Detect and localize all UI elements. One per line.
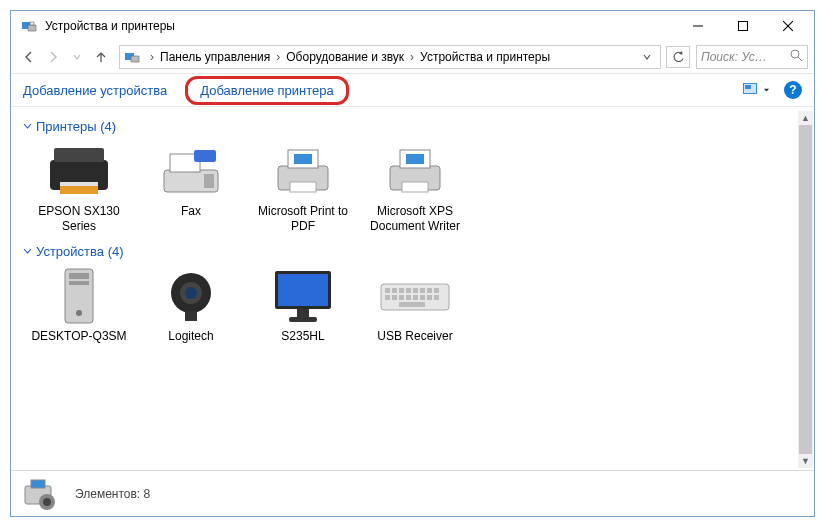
breadcrumb-item[interactable]: Панель управления — [160, 50, 270, 64]
svg-rect-31 — [69, 281, 89, 285]
svg-rect-46 — [413, 288, 418, 293]
scrollbar-thumb[interactable] — [799, 125, 812, 454]
svg-rect-47 — [420, 288, 425, 293]
devices-printers-icon — [124, 49, 140, 65]
breadcrumb-item[interactable]: Устройства и принтеры — [420, 50, 550, 64]
chevron-down-icon — [23, 119, 32, 134]
add-device-button[interactable]: Добавление устройства — [23, 83, 167, 98]
devices-printers-icon — [21, 18, 37, 34]
svg-rect-38 — [278, 274, 328, 306]
refresh-button[interactable] — [666, 46, 690, 68]
printer-icon — [267, 140, 339, 202]
devices-summary-icon — [21, 476, 61, 512]
svg-rect-24 — [290, 182, 316, 192]
device-label: Microsoft Print to PDF — [253, 204, 353, 234]
maximize-button[interactable] — [720, 12, 765, 40]
minimize-button[interactable] — [675, 12, 720, 40]
status-text: Элементов: 8 — [75, 487, 150, 501]
chevron-down-icon — [23, 244, 32, 259]
close-button[interactable] — [765, 12, 810, 40]
svg-rect-40 — [289, 317, 317, 322]
svg-rect-57 — [434, 295, 439, 300]
svg-rect-53 — [406, 295, 411, 300]
chevron-right-icon[interactable]: › — [270, 50, 286, 64]
printer-icon — [43, 140, 115, 202]
navigation-bar: › Панель управления › Оборудование и зву… — [11, 41, 814, 73]
breadcrumb-dropdown[interactable] — [638, 53, 656, 61]
chevron-right-icon[interactable]: › — [144, 50, 160, 64]
scroll-up-icon[interactable]: ▲ — [801, 113, 810, 123]
svg-rect-50 — [385, 295, 390, 300]
search-placeholder: Поиск: Ус… — [701, 50, 767, 64]
svg-rect-54 — [413, 295, 418, 300]
device-item[interactable]: Logitech — [141, 265, 241, 344]
up-button[interactable] — [89, 45, 113, 69]
device-item[interactable]: USB Receiver — [365, 265, 465, 344]
forward-button[interactable] — [41, 45, 65, 69]
svg-rect-12 — [745, 85, 751, 89]
device-label: EPSON SX130 Series — [29, 204, 129, 234]
group-header-devices[interactable]: Устройства (4) — [23, 244, 802, 259]
svg-rect-16 — [60, 186, 98, 194]
svg-rect-19 — [194, 150, 216, 162]
group-title: Принтеры — [36, 119, 97, 134]
svg-rect-44 — [399, 288, 404, 293]
svg-rect-39 — [297, 309, 309, 317]
breadcrumb[interactable]: › Панель управления › Оборудование и зву… — [119, 45, 661, 69]
svg-rect-14 — [54, 148, 104, 162]
device-item[interactable]: DESKTOP-Q3SM — [29, 265, 129, 344]
device-label: Fax — [181, 204, 201, 219]
device-label: DESKTOP-Q3SM — [31, 329, 126, 344]
fax-icon — [155, 140, 227, 202]
group-count: (4) — [104, 244, 124, 259]
svg-rect-8 — [131, 56, 139, 62]
printers-list: EPSON SX130 Series Fax Microsoft Print t… — [29, 140, 802, 234]
svg-point-32 — [76, 310, 82, 316]
svg-rect-30 — [69, 273, 89, 279]
recent-locations-button[interactable] — [65, 45, 89, 69]
svg-rect-56 — [427, 295, 432, 300]
group-header-printers[interactable]: Принтеры (4) — [23, 119, 802, 134]
device-item[interactable]: EPSON SX130 Series — [29, 140, 129, 234]
help-button[interactable]: ? — [784, 81, 802, 99]
svg-point-62 — [43, 498, 51, 506]
svg-rect-45 — [406, 288, 411, 293]
window-title: Устройства и принтеры — [45, 19, 675, 33]
group-count: (4) — [97, 119, 117, 134]
svg-rect-27 — [406, 154, 424, 164]
svg-rect-49 — [434, 288, 439, 293]
device-item[interactable]: Microsoft XPS Document Writer — [365, 140, 465, 234]
keyboard-icon — [379, 265, 451, 327]
chevron-right-icon[interactable]: › — [404, 50, 420, 64]
group-title: Устройства — [36, 244, 104, 259]
search-input[interactable]: Поиск: Ус… — [696, 45, 808, 69]
content-area: Принтеры (4) EPSON SX130 Series Fax Micr… — [11, 107, 814, 470]
svg-rect-28 — [402, 182, 428, 192]
scroll-down-icon[interactable]: ▼ — [801, 456, 810, 466]
search-icon — [790, 49, 803, 65]
add-printer-button[interactable]: Добавление принтера — [185, 76, 348, 105]
svg-line-10 — [798, 57, 802, 61]
svg-rect-20 — [204, 174, 214, 188]
device-label: USB Receiver — [377, 329, 452, 344]
devices-printers-window: Устройства и принтеры › Панель управлени… — [10, 10, 815, 517]
svg-rect-55 — [420, 295, 425, 300]
pc-tower-icon — [43, 265, 115, 327]
device-item[interactable]: Fax — [141, 140, 241, 234]
svg-rect-52 — [399, 295, 404, 300]
svg-point-35 — [185, 287, 197, 299]
status-bar: Элементов: 8 — [11, 470, 814, 516]
monitor-icon — [267, 265, 339, 327]
svg-rect-48 — [427, 288, 432, 293]
view-options-button[interactable] — [743, 83, 770, 97]
device-item[interactable]: S235HL — [253, 265, 353, 344]
svg-rect-58 — [399, 302, 425, 307]
breadcrumb-item[interactable]: Оборудование и звук — [286, 50, 404, 64]
svg-rect-60 — [31, 480, 45, 488]
device-item[interactable]: Microsoft Print to PDF — [253, 140, 353, 234]
vertical-scrollbar[interactable]: ▲ ▼ — [798, 111, 813, 468]
device-label: Microsoft XPS Document Writer — [365, 204, 465, 234]
svg-rect-42 — [385, 288, 390, 293]
svg-rect-51 — [392, 295, 397, 300]
back-button[interactable] — [17, 45, 41, 69]
